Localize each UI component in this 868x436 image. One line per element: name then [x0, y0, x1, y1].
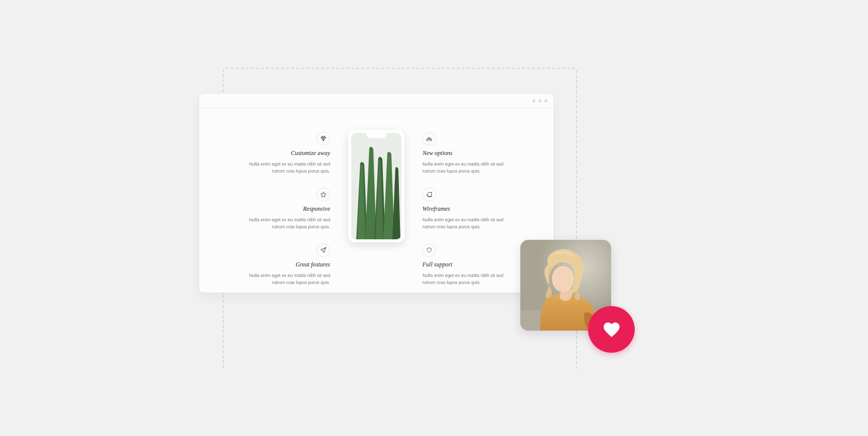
feature-desc: Nulla enim eget ex eu mattis nibh sit se…: [242, 272, 330, 286]
feature-item: Wireframes Nulla enim eget ex eu mattis …: [422, 188, 510, 230]
feature-column-right: New options Nulla enim eget ex eu mattis…: [422, 132, 510, 286]
feature-item: New options Nulla enim eget ex eu mattis…: [422, 132, 510, 175]
feature-column-left: Customize away Nulla enim eget ex eu mat…: [242, 132, 330, 286]
phone-screen-image: [351, 133, 401, 239]
feature-item: Great features Nulla enim eget ex eu mat…: [242, 243, 330, 286]
star-icon: [317, 188, 330, 201]
feature-desc: Nulla enim eget ex eu mattis nibh sit se…: [242, 217, 330, 230]
browser-content: Customize away Nulla enim eget ex eu mat…: [199, 108, 553, 286]
paper-plane-icon: [317, 243, 330, 257]
favorite-badge[interactable]: [588, 306, 635, 353]
browser-titlebar: [199, 94, 553, 108]
feature-title: Customize away: [291, 150, 330, 157]
svg-point-1: [426, 139, 428, 141]
window-dot: [544, 99, 547, 102]
feature-title: Great features: [296, 261, 330, 268]
heart-icon: [422, 243, 436, 257]
feature-title: Wireframes: [422, 205, 450, 213]
feature-title: Responsive: [303, 205, 330, 213]
window-dot: [532, 99, 535, 102]
feature-item: Responsive Nulla enim eget ex eu mattis …: [242, 188, 330, 230]
feature-desc: Nulla enim eget ex eu mattis nibh sit se…: [422, 161, 510, 175]
browser-mockup: Customize away Nulla enim eget ex eu mat…: [199, 94, 553, 293]
heart-filled-icon: [602, 320, 621, 339]
feature-desc: Nulla enim eget ex eu mattis nibh sit se…: [242, 161, 330, 175]
svg-point-2: [430, 139, 432, 141]
feature-desc: Nulla enim eget ex eu mattis nibh sit se…: [422, 217, 510, 230]
diamond-icon: [317, 132, 330, 146]
svg-point-5: [552, 266, 574, 292]
chat-icon: [422, 188, 436, 201]
phone-mockup: [348, 130, 404, 242]
window-dot: [538, 99, 541, 102]
feature-desc: Nulla enim eget ex eu mattis nibh sit se…: [422, 272, 510, 286]
phone-notch: [366, 133, 386, 138]
bicycle-icon: [422, 132, 436, 146]
feature-title: New options: [422, 150, 453, 157]
feature-item: Full support Nulla enim eget ex eu matti…: [422, 243, 510, 286]
feature-item: Customize away Nulla enim eget ex eu mat…: [242, 132, 330, 175]
feature-title: Full support: [422, 261, 453, 268]
